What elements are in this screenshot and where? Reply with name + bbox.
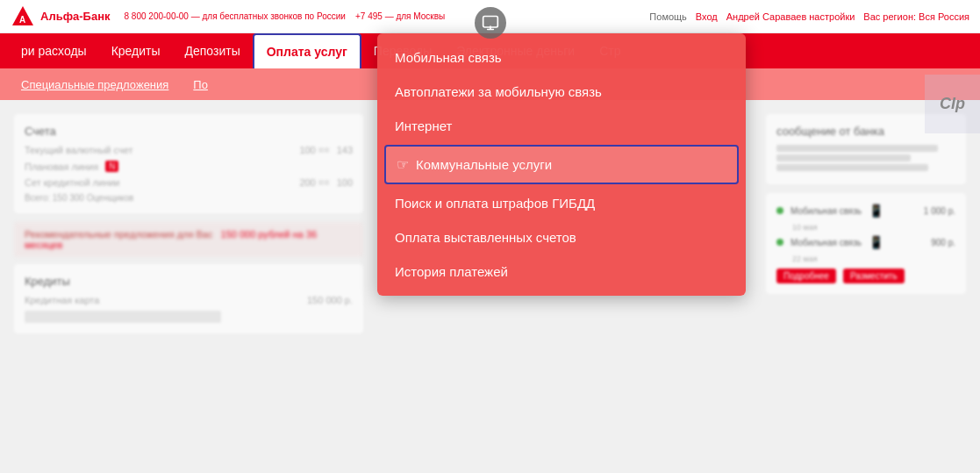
details-button[interactable]: Подробнее: [776, 269, 836, 283]
action-buttons: Подробнее Разместить: [776, 269, 955, 283]
payments-section: Мобильная связь 📱 1 000 р. 10 мая Мобиль…: [766, 193, 966, 294]
credit-bar: [25, 311, 221, 323]
nav-item-expenses[interactable]: ри расходы: [9, 33, 99, 68]
nav-item-credits[interactable]: Кредиты: [99, 33, 173, 68]
payment-dot-1: [776, 207, 783, 214]
screen-share-icon[interactable]: [475, 7, 506, 39]
watermark: CIp: [925, 75, 980, 133]
nav2-item-special[interactable]: Специальные предложения: [9, 78, 181, 91]
dropdown-item-bills[interactable]: Оплата выставленных счетов: [377, 220, 746, 254]
dropdown-menu: Мобильная связь Автоплатежи за мобильную…: [377, 33, 746, 296]
credit-card-row: Кредитная карта 150 000 р.: [25, 295, 353, 305]
left-content-area: Счета Текущий валютный счет 100 == 143 П…: [0, 100, 377, 473]
accounts-section: Счета Текущий валютный счет 100 == 143 П…: [14, 114, 363, 213]
message-text-3: [776, 164, 928, 171]
nav-item-payments[interactable]: Оплата услуг: [253, 33, 361, 68]
dropdown-item-fines[interactable]: Поиск и оплата штрафов ГИБДД: [377, 186, 746, 220]
credits-section: Кредиты Кредитная карта 150 000 р.: [14, 264, 363, 333]
accounts-title: Счета: [25, 125, 353, 138]
message-text-2: [776, 154, 911, 161]
phone-icon-2: 📱: [869, 235, 883, 249]
phone-icon-1: 📱: [869, 204, 883, 218]
accounts-total: Всего: 150 300 Оценщиков: [25, 193, 353, 203]
account-row-3: Сет кредитной линии 200 == 100: [25, 177, 353, 188]
header-right: Помощь Вход Андрей Сараваев настройки Ва…: [649, 11, 969, 22]
phone-info: 8 800 200-00-00 — для бесплатных звонков…: [125, 11, 650, 21]
promo-banner: Рекомендательные предложения для Вас 150…: [14, 222, 363, 257]
svg-text:A: A: [19, 15, 25, 25]
user-info: Андрей Сараваев настройки: [726, 11, 855, 22]
nav2-item-po[interactable]: По: [181, 78, 220, 91]
credits-title: Кредиты: [25, 275, 353, 288]
account-row-1: Текущий валютный счет 100 == 143: [25, 145, 353, 155]
message-text-1: [776, 145, 938, 152]
payment-item-1: Мобильная связь 📱 1 000 р.: [776, 204, 955, 218]
payment-dot-2: [776, 239, 783, 246]
dropdown-item-history[interactable]: История платежей: [377, 254, 746, 289]
nav-item-deposits[interactable]: Депозиты: [173, 33, 253, 68]
dropdown-item-autopay[interactable]: Автоплатежи за мобильную связь: [377, 75, 746, 109]
dropdown-item-internet[interactable]: Интернет: [377, 109, 746, 143]
region-info: Вас регион: Вся Россия: [863, 11, 969, 22]
account-row-2: Плановая линия N: [25, 161, 353, 172]
new-tag: N: [105, 161, 118, 172]
login-link[interactable]: Вход: [696, 11, 718, 22]
help-link[interactable]: Помощь: [649, 11, 687, 22]
bank-name: Альфа-Банк: [40, 10, 111, 23]
dropdown-item-mobile[interactable]: Мобильная связь: [377, 40, 746, 75]
logo-icon: A: [11, 4, 35, 29]
svg-rect-0: [483, 17, 497, 28]
logo-area: A Альфа-Банк: [11, 4, 111, 29]
right-content-area: сообщение от банка Мобильная связь 📱 1 0…: [752, 100, 980, 473]
add-button[interactable]: Разместить: [843, 269, 905, 283]
payment-item-2: Мобильная связь 📱 900 р.: [776, 235, 955, 249]
dropdown-item-communal[interactable]: ☞ Коммунальные услуги: [384, 145, 739, 184]
payment-date-1: 10 мая: [792, 223, 955, 232]
payment-date-2: 22 мая: [792, 254, 955, 263]
cursor-icon: ☞: [397, 156, 409, 173]
